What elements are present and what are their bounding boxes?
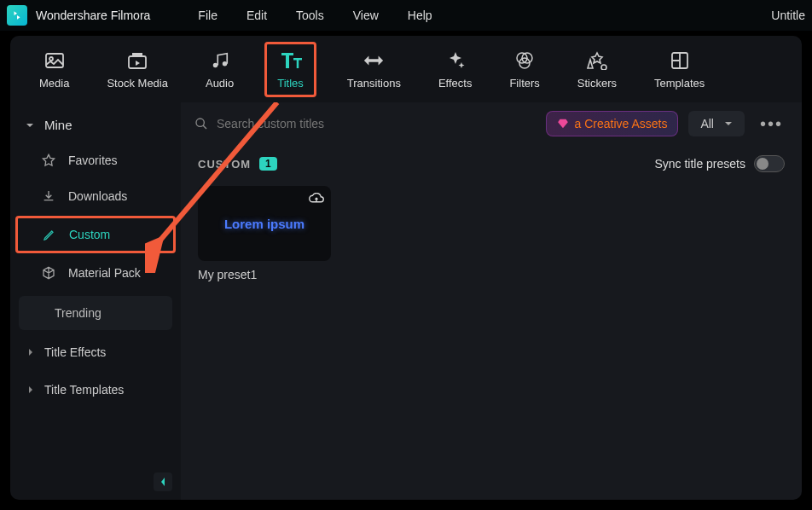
menu-help[interactable]: Help bbox=[408, 9, 432, 22]
cloud-upload-icon bbox=[309, 193, 324, 205]
app-title: Wondershare Filmora bbox=[36, 9, 150, 22]
creative-assets-button[interactable]: a Creative Assets bbox=[546, 111, 678, 136]
sidebar-item-custom[interactable]: Custom bbox=[15, 216, 176, 253]
svg-rect-0 bbox=[46, 54, 63, 67]
main-panel: a Creative Assets All ••• CUSTOM 1 Sync … bbox=[181, 102, 802, 500]
sidebar-item-label: Custom bbox=[69, 228, 110, 241]
tab-stock-media-label: Stock Media bbox=[107, 77, 168, 90]
titles-icon bbox=[280, 49, 302, 72]
tab-media-label: Media bbox=[39, 77, 69, 90]
sidebar-collapse-button[interactable] bbox=[154, 472, 172, 491]
menu-edit[interactable]: Edit bbox=[246, 9, 267, 22]
search-row: a Creative Assets All ••• bbox=[181, 102, 802, 145]
tab-audio-label: Audio bbox=[206, 77, 234, 90]
sidebar-item-material-pack[interactable]: Material Pack bbox=[10, 255, 181, 291]
sidebar-header-label: Mine bbox=[44, 118, 72, 132]
sidebar-item-label: Favorites bbox=[68, 154, 118, 167]
sidebar-item-downloads[interactable]: Downloads bbox=[10, 178, 181, 214]
tab-effects-label: Effects bbox=[438, 77, 473, 90]
preset-card[interactable]: Lorem ipsum My preset1 bbox=[198, 186, 331, 281]
cube-icon bbox=[41, 265, 56, 281]
search-input[interactable] bbox=[217, 117, 404, 130]
section-title: CUSTOM bbox=[198, 158, 251, 171]
creative-assets-label: a Creative Assets bbox=[574, 117, 667, 130]
toolbar: Media Stock Media Audio Titles Transitio… bbox=[10, 36, 802, 102]
tab-filters-label: Filters bbox=[509, 77, 539, 90]
tab-transitions[interactable]: Transitions bbox=[340, 46, 408, 93]
chevron-down-icon bbox=[26, 121, 34, 130]
menu-file[interactable]: File bbox=[198, 9, 218, 22]
tab-transitions-label: Transitions bbox=[347, 77, 401, 90]
more-button[interactable]: ••• bbox=[755, 114, 788, 134]
stock-media-icon bbox=[126, 49, 148, 72]
content-header: CUSTOM 1 Sync title presets bbox=[181, 145, 802, 183]
tab-effects[interactable]: Effects bbox=[432, 46, 479, 93]
sidebar: Mine Favorites Downloads Custom Material… bbox=[10, 102, 181, 500]
sidebar-section-title-templates[interactable]: Title Templates bbox=[10, 371, 181, 409]
sidebar-section-mine[interactable]: Mine bbox=[10, 109, 181, 141]
diamond-icon bbox=[557, 118, 569, 130]
app-logo bbox=[7, 5, 27, 26]
chevron-right-icon bbox=[27, 348, 34, 356]
tab-audio[interactable]: Audio bbox=[199, 46, 241, 93]
menu-view[interactable]: View bbox=[353, 9, 379, 22]
tab-stickers-label: Stickers bbox=[577, 77, 617, 90]
menu-tools[interactable]: Tools bbox=[296, 9, 324, 22]
svg-point-6 bbox=[196, 119, 204, 126]
filter-dropdown-label: All bbox=[700, 117, 714, 130]
tab-stock-media[interactable]: Stock Media bbox=[100, 46, 175, 93]
chevron-right-icon bbox=[27, 385, 34, 394]
preset-name: My preset1 bbox=[198, 261, 331, 281]
transitions-icon bbox=[362, 49, 385, 72]
download-icon bbox=[41, 188, 56, 204]
tab-titles[interactable]: Titles bbox=[264, 42, 316, 97]
preset-thumbnail: Lorem ipsum bbox=[198, 186, 331, 261]
title-bar: Wondershare Filmora File Edit Tools View… bbox=[0, 0, 812, 31]
tab-filters[interactable]: Filters bbox=[502, 46, 546, 93]
pencil-icon bbox=[42, 227, 57, 242]
svg-point-1 bbox=[49, 57, 53, 61]
stickers-icon bbox=[586, 49, 608, 72]
templates-icon bbox=[669, 49, 691, 72]
sync-toggle[interactable] bbox=[754, 155, 785, 172]
sync-label: Sync title presets bbox=[654, 157, 745, 171]
preset-sample-text: Lorem ipsum bbox=[224, 217, 304, 231]
tab-templates[interactable]: Templates bbox=[647, 46, 711, 93]
effects-icon bbox=[444, 49, 467, 72]
tab-titles-label: Titles bbox=[277, 77, 304, 90]
media-icon bbox=[44, 49, 66, 72]
tab-templates-label: Templates bbox=[654, 77, 705, 90]
chevron-down-icon bbox=[724, 120, 733, 127]
tab-stickers[interactable]: Stickers bbox=[571, 46, 624, 93]
main-menu: File Edit Tools View Help bbox=[198, 9, 432, 22]
sidebar-item-label: Downloads bbox=[68, 189, 127, 203]
filters-icon bbox=[513, 49, 536, 72]
sidebar-section-label: Title Templates bbox=[44, 383, 124, 397]
sidebar-item-trending[interactable]: Trending bbox=[19, 296, 172, 330]
star-icon bbox=[41, 153, 56, 168]
filter-dropdown[interactable]: All bbox=[688, 111, 745, 136]
sidebar-item-label: Material Pack bbox=[68, 266, 141, 280]
tab-media[interactable]: Media bbox=[32, 46, 76, 93]
sidebar-trending-label: Trending bbox=[55, 306, 102, 320]
preset-grid: Lorem ipsum My preset1 bbox=[181, 183, 802, 285]
sidebar-section-label: Title Effects bbox=[44, 345, 106, 359]
audio-icon bbox=[209, 49, 231, 72]
sidebar-item-favorites[interactable]: Favorites bbox=[10, 142, 181, 178]
count-badge: 1 bbox=[259, 157, 277, 171]
search-icon bbox=[194, 117, 208, 130]
document-title: Untitle bbox=[771, 9, 805, 22]
sidebar-section-title-effects[interactable]: Title Effects bbox=[10, 333, 181, 371]
